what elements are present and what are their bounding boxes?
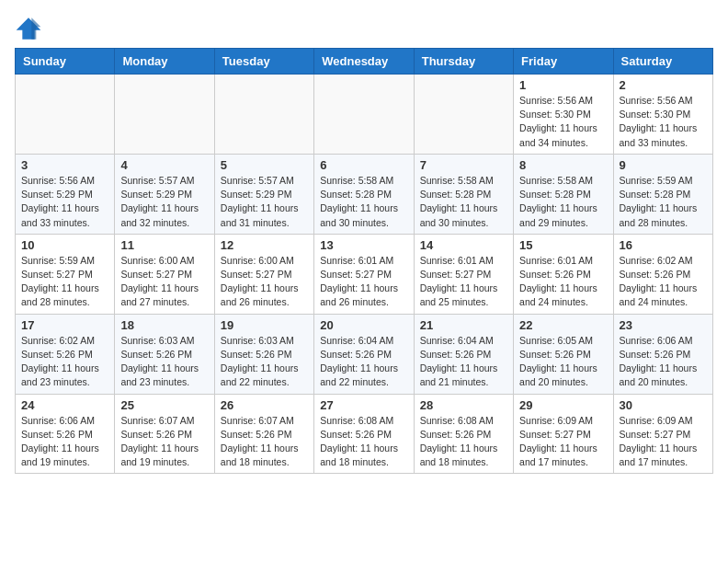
day-info: Sunrise: 6:01 AM Sunset: 5:27 PM Dayligh… bbox=[420, 254, 507, 310]
day-info: Sunrise: 5:56 AM Sunset: 5:30 PM Dayligh… bbox=[620, 94, 707, 150]
day-number: 15 bbox=[519, 238, 607, 252]
day-number: 6 bbox=[320, 158, 407, 172]
day-info: Sunrise: 5:57 AM Sunset: 5:29 PM Dayligh… bbox=[120, 174, 208, 230]
calendar-day-5: 5Sunrise: 5:57 AM Sunset: 5:29 PM Daylig… bbox=[214, 154, 313, 234]
page-header bbox=[15, 15, 713, 42]
day-number: 8 bbox=[519, 158, 607, 172]
day-number: 27 bbox=[320, 398, 407, 412]
day-info: Sunrise: 6:04 AM Sunset: 5:26 PM Dayligh… bbox=[420, 334, 507, 390]
day-number: 17 bbox=[21, 318, 108, 332]
logo-icon bbox=[15, 15, 42, 42]
day-info: Sunrise: 6:02 AM Sunset: 5:26 PM Dayligh… bbox=[21, 334, 108, 390]
day-number: 10 bbox=[21, 238, 108, 252]
day-info: Sunrise: 6:09 AM Sunset: 5:27 PM Dayligh… bbox=[519, 414, 607, 470]
day-number: 2 bbox=[620, 78, 707, 92]
calendar-day-11: 11Sunrise: 6:00 AM Sunset: 5:27 PM Dayli… bbox=[115, 234, 214, 314]
calendar-day-3: 3Sunrise: 5:56 AM Sunset: 5:29 PM Daylig… bbox=[16, 154, 115, 234]
weekday-header-monday: Monday bbox=[115, 49, 214, 75]
weekday-header-friday: Friday bbox=[514, 49, 613, 75]
day-number: 9 bbox=[620, 158, 707, 172]
day-number: 20 bbox=[320, 318, 407, 332]
calendar-empty-cell bbox=[115, 75, 214, 155]
day-number: 14 bbox=[420, 238, 507, 252]
day-info: Sunrise: 5:58 AM Sunset: 5:28 PM Dayligh… bbox=[519, 174, 607, 230]
day-number: 12 bbox=[221, 238, 308, 252]
day-info: Sunrise: 6:00 AM Sunset: 5:27 PM Dayligh… bbox=[120, 254, 208, 310]
calendar-day-22: 22Sunrise: 6:05 AM Sunset: 5:26 PM Dayli… bbox=[514, 314, 613, 394]
day-info: Sunrise: 6:06 AM Sunset: 5:26 PM Dayligh… bbox=[21, 414, 108, 470]
calendar-day-4: 4Sunrise: 5:57 AM Sunset: 5:29 PM Daylig… bbox=[115, 154, 214, 234]
day-number: 7 bbox=[420, 158, 507, 172]
day-number: 19 bbox=[221, 318, 308, 332]
calendar-day-14: 14Sunrise: 6:01 AM Sunset: 5:27 PM Dayli… bbox=[414, 234, 513, 314]
day-info: Sunrise: 6:00 AM Sunset: 5:27 PM Dayligh… bbox=[221, 254, 308, 310]
weekday-header-sunday: Sunday bbox=[16, 49, 115, 75]
calendar-day-15: 15Sunrise: 6:01 AM Sunset: 5:26 PM Dayli… bbox=[514, 234, 613, 314]
day-info: Sunrise: 6:08 AM Sunset: 5:26 PM Dayligh… bbox=[420, 414, 507, 470]
calendar-week-row: 3Sunrise: 5:56 AM Sunset: 5:29 PM Daylig… bbox=[16, 154, 713, 234]
calendar-day-12: 12Sunrise: 6:00 AM Sunset: 5:27 PM Dayli… bbox=[214, 234, 313, 314]
calendar-day-25: 25Sunrise: 6:07 AM Sunset: 5:26 PM Dayli… bbox=[115, 394, 214, 474]
calendar-day-19: 19Sunrise: 6:03 AM Sunset: 5:26 PM Dayli… bbox=[214, 314, 313, 394]
day-info: Sunrise: 6:08 AM Sunset: 5:26 PM Dayligh… bbox=[320, 414, 407, 470]
calendar-week-row: 10Sunrise: 5:59 AM Sunset: 5:27 PM Dayli… bbox=[16, 234, 713, 314]
calendar-week-row: 24Sunrise: 6:06 AM Sunset: 5:26 PM Dayli… bbox=[16, 394, 713, 474]
calendar-day-16: 16Sunrise: 6:02 AM Sunset: 5:26 PM Dayli… bbox=[613, 234, 712, 314]
day-number: 16 bbox=[620, 238, 707, 252]
day-number: 5 bbox=[221, 158, 308, 172]
logo bbox=[15, 15, 48, 42]
day-number: 1 bbox=[519, 78, 607, 92]
day-number: 29 bbox=[519, 398, 607, 412]
day-info: Sunrise: 6:01 AM Sunset: 5:26 PM Dayligh… bbox=[519, 254, 607, 310]
day-info: Sunrise: 5:56 AM Sunset: 5:30 PM Dayligh… bbox=[519, 94, 607, 150]
day-info: Sunrise: 6:07 AM Sunset: 5:26 PM Dayligh… bbox=[221, 414, 308, 470]
day-info: Sunrise: 6:07 AM Sunset: 5:26 PM Dayligh… bbox=[120, 414, 208, 470]
calendar-day-17: 17Sunrise: 6:02 AM Sunset: 5:26 PM Dayli… bbox=[16, 314, 115, 394]
calendar-day-18: 18Sunrise: 6:03 AM Sunset: 5:26 PM Dayli… bbox=[115, 314, 214, 394]
day-number: 25 bbox=[120, 398, 208, 412]
svg-marker-0 bbox=[17, 17, 41, 39]
weekday-header-thursday: Thursday bbox=[414, 49, 513, 75]
calendar-week-row: 1Sunrise: 5:56 AM Sunset: 5:30 PM Daylig… bbox=[16, 75, 713, 155]
calendar-empty-cell bbox=[16, 75, 115, 155]
calendar-table: SundayMondayTuesdayWednesdayThursdayFrid… bbox=[15, 48, 713, 474]
day-number: 21 bbox=[420, 318, 507, 332]
day-info: Sunrise: 6:06 AM Sunset: 5:26 PM Dayligh… bbox=[620, 334, 707, 390]
day-info: Sunrise: 5:58 AM Sunset: 5:28 PM Dayligh… bbox=[420, 174, 507, 230]
day-info: Sunrise: 5:57 AM Sunset: 5:29 PM Dayligh… bbox=[221, 174, 308, 230]
day-info: Sunrise: 5:59 AM Sunset: 5:27 PM Dayligh… bbox=[21, 254, 108, 310]
calendar-day-9: 9Sunrise: 5:59 AM Sunset: 5:28 PM Daylig… bbox=[613, 154, 712, 234]
calendar-day-10: 10Sunrise: 5:59 AM Sunset: 5:27 PM Dayli… bbox=[16, 234, 115, 314]
calendar-week-row: 17Sunrise: 6:02 AM Sunset: 5:26 PM Dayli… bbox=[16, 314, 713, 394]
calendar-day-8: 8Sunrise: 5:58 AM Sunset: 5:28 PM Daylig… bbox=[514, 154, 613, 234]
day-number: 4 bbox=[120, 158, 208, 172]
calendar-day-26: 26Sunrise: 6:07 AM Sunset: 5:26 PM Dayli… bbox=[214, 394, 313, 474]
weekday-header-row: SundayMondayTuesdayWednesdayThursdayFrid… bbox=[16, 49, 713, 75]
day-number: 13 bbox=[320, 238, 407, 252]
day-info: Sunrise: 6:02 AM Sunset: 5:26 PM Dayligh… bbox=[620, 254, 707, 310]
day-number: 26 bbox=[221, 398, 308, 412]
calendar-day-29: 29Sunrise: 6:09 AM Sunset: 5:27 PM Dayli… bbox=[514, 394, 613, 474]
calendar-day-7: 7Sunrise: 5:58 AM Sunset: 5:28 PM Daylig… bbox=[414, 154, 513, 234]
calendar-day-20: 20Sunrise: 6:04 AM Sunset: 5:26 PM Dayli… bbox=[314, 314, 414, 394]
weekday-header-tuesday: Tuesday bbox=[214, 49, 313, 75]
day-number: 30 bbox=[620, 398, 707, 412]
calendar-day-27: 27Sunrise: 6:08 AM Sunset: 5:26 PM Dayli… bbox=[314, 394, 414, 474]
calendar-day-6: 6Sunrise: 5:58 AM Sunset: 5:28 PM Daylig… bbox=[314, 154, 414, 234]
day-info: Sunrise: 6:09 AM Sunset: 5:27 PM Dayligh… bbox=[620, 414, 707, 470]
calendar-day-13: 13Sunrise: 6:01 AM Sunset: 5:27 PM Dayli… bbox=[314, 234, 414, 314]
day-number: 3 bbox=[21, 158, 108, 172]
day-number: 18 bbox=[120, 318, 208, 332]
day-info: Sunrise: 6:03 AM Sunset: 5:26 PM Dayligh… bbox=[120, 334, 208, 390]
calendar-day-1: 1Sunrise: 5:56 AM Sunset: 5:30 PM Daylig… bbox=[514, 75, 613, 155]
calendar-day-28: 28Sunrise: 6:08 AM Sunset: 5:26 PM Dayli… bbox=[414, 394, 513, 474]
day-number: 22 bbox=[519, 318, 607, 332]
calendar-day-24: 24Sunrise: 6:06 AM Sunset: 5:26 PM Dayli… bbox=[16, 394, 115, 474]
day-info: Sunrise: 6:01 AM Sunset: 5:27 PM Dayligh… bbox=[320, 254, 407, 310]
calendar-empty-cell bbox=[214, 75, 313, 155]
weekday-header-saturday: Saturday bbox=[613, 49, 712, 75]
day-info: Sunrise: 5:59 AM Sunset: 5:28 PM Dayligh… bbox=[620, 174, 707, 230]
calendar-day-21: 21Sunrise: 6:04 AM Sunset: 5:26 PM Dayli… bbox=[414, 314, 513, 394]
day-info: Sunrise: 5:56 AM Sunset: 5:29 PM Dayligh… bbox=[21, 174, 108, 230]
calendar-empty-cell bbox=[314, 75, 414, 155]
